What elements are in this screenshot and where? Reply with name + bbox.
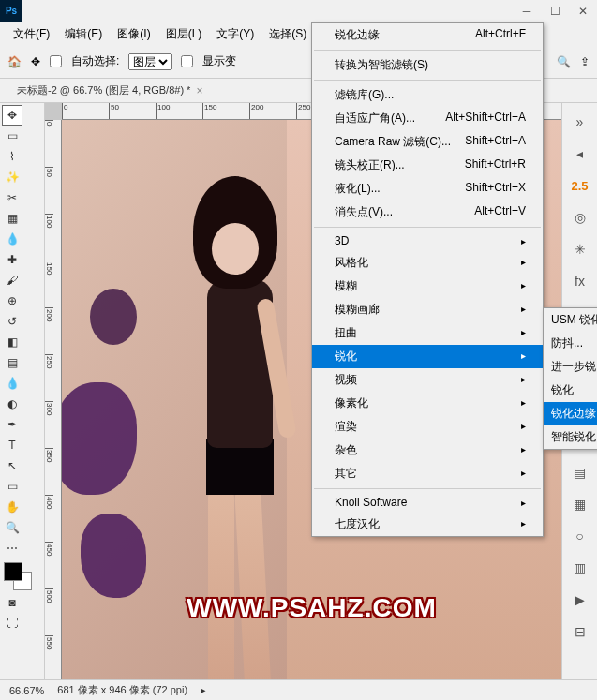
gradient-tool[interactable]: ▤: [2, 352, 22, 373]
filter-smart[interactable]: 转换为智能滤镜(S): [312, 53, 543, 77]
crop-tool[interactable]: ✂: [2, 187, 22, 208]
app-logo: Ps: [0, 0, 22, 22]
filter-blur[interactable]: 模糊: [312, 275, 543, 298]
show-transform-label: 显示变: [202, 53, 236, 69]
history-brush-tool[interactable]: ↺: [2, 311, 22, 332]
filter-lens[interactable]: 镜头校正(R)...Shift+Ctrl+R: [312, 154, 543, 177]
filter-vanish[interactable]: 消失点(V)...Alt+Ctrl+V: [312, 201, 543, 224]
filter-gallery[interactable]: 滤镜库(G)...: [312, 83, 543, 107]
sharpen-submenu: USM 锐化 防抖... 进一步锐 锐化 锐化边缘 智能锐化: [543, 307, 597, 450]
filter-adaptive[interactable]: 自适应广角(A)...Alt+Shift+Ctrl+A: [312, 107, 543, 130]
target-icon[interactable]: ◎: [565, 202, 595, 232]
share-icon[interactable]: ⇪: [580, 55, 590, 68]
status-menu-icon[interactable]: ▸: [201, 684, 206, 696]
screenmode-tool[interactable]: ⛶: [2, 613, 22, 633]
auto-select-checkbox[interactable]: [50, 55, 62, 67]
filter-render[interactable]: 渲染: [312, 415, 543, 439]
zoom-level[interactable]: 66.67%: [9, 685, 44, 696]
swatches-icon[interactable]: ▦: [565, 489, 595, 519]
pen-tool[interactable]: ✒: [2, 414, 22, 435]
titlebar: Ps ─ ☐ ✕: [0, 0, 597, 22]
fx-icon[interactable]: fx: [565, 266, 595, 296]
options-icon[interactable]: ⊟: [565, 617, 595, 647]
panel-menu-icon[interactable]: »: [565, 107, 595, 137]
filter-3d[interactable]: 3D: [312, 231, 543, 251]
burst-icon[interactable]: ✳: [565, 234, 595, 264]
search-icon[interactable]: 🔍: [557, 55, 571, 68]
type-tool[interactable]: T: [2, 435, 22, 455]
filter-sharpen[interactable]: 锐化: [312, 345, 543, 368]
filter-other[interactable]: 其它: [312, 462, 543, 485]
lasso-tool[interactable]: ⌇: [2, 146, 22, 167]
blur-tool[interactable]: 💧: [2, 373, 22, 394]
sharpen-usm[interactable]: USM 锐化: [544, 308, 597, 332]
maximize-button[interactable]: ☐: [541, 0, 569, 22]
wand-tool[interactable]: ✨: [2, 167, 22, 187]
path-tool[interactable]: ↖: [2, 455, 22, 476]
menu-select[interactable]: 选择(S): [261, 23, 314, 45]
minimize-button[interactable]: ─: [513, 0, 541, 22]
brush-feather-value[interactable]: 2.5: [565, 171, 595, 201]
edit-toolbar[interactable]: ⋯: [2, 538, 22, 559]
sharpen-edges[interactable]: 锐化边缘: [544, 402, 597, 425]
filter-knoll[interactable]: Knoll Software: [312, 492, 543, 513]
color-swatches[interactable]: [2, 562, 39, 592]
sharpen-smart[interactable]: 智能锐化: [544, 425, 597, 449]
filter-distort[interactable]: 扭曲: [312, 321, 543, 345]
filter-blur-gallery[interactable]: 模糊画廊: [312, 298, 543, 321]
window-controls: ─ ☐ ✕: [513, 0, 597, 22]
menu-image[interactable]: 图像(I): [110, 23, 157, 45]
document-tab[interactable]: 未标题-2 @ 66.7% (图层 4, RGB/8#) *: [17, 83, 190, 97]
hand-tool[interactable]: ✋: [2, 497, 22, 517]
tab-close-icon[interactable]: ×: [196, 84, 202, 97]
toolbox: ✥ ▭ ⌇ ✨ ✂ ▦ 💧 ✚ 🖌 ⊕ ↺ ◧ ▤ 💧 ◐ ✒ T ↖ ▭ ✋ …: [0, 103, 45, 679]
auto-select-target[interactable]: 图层: [128, 53, 172, 70]
dodge-tool[interactable]: ◐: [2, 394, 22, 414]
filter-camera[interactable]: Camera Raw 滤镜(C)...Shift+Ctrl+A: [312, 130, 543, 154]
statusbar: 66.67% 681 像素 x 946 像素 (72 ppi) ▸: [0, 679, 597, 700]
move-tool-icon: ✥: [31, 55, 40, 68]
stamp-tool[interactable]: ⊕: [2, 290, 22, 311]
sharpen-further[interactable]: 进一步锐: [544, 355, 597, 379]
panel-expand-icon[interactable]: ◂: [565, 139, 595, 169]
filter-video[interactable]: 视频: [312, 368, 543, 392]
move-tool[interactable]: ✥: [2, 105, 22, 126]
menu-type[interactable]: 文字(Y): [209, 23, 261, 45]
circle-icon[interactable]: ○: [565, 521, 595, 551]
quickmask-tool[interactable]: ◙: [2, 592, 22, 613]
layers-panel-icon[interactable]: ▤: [565, 457, 595, 487]
filter-stylize[interactable]: 风格化: [312, 251, 543, 275]
ruler-vertical[interactable]: 050100150200250300350400450500550: [45, 120, 62, 679]
eyedropper-tool[interactable]: 💧: [2, 229, 22, 249]
show-transform-checkbox[interactable]: [181, 55, 193, 67]
filter-qidu[interactable]: 七度汉化: [312, 513, 543, 536]
filter-last[interactable]: 锐化边缘Alt+Ctrl+F: [312, 23, 543, 47]
shape-tool[interactable]: ▭: [2, 476, 22, 497]
filter-liquify[interactable]: 液化(L)...Shift+Ctrl+X: [312, 177, 543, 201]
filter-pixelate[interactable]: 像素化: [312, 392, 543, 415]
sharpen-sharpen[interactable]: 锐化: [544, 379, 597, 402]
menu-edit[interactable]: 编辑(E): [57, 23, 110, 45]
sharpen-shake[interactable]: 防抖...: [544, 332, 597, 355]
marquee-tool[interactable]: ▭: [2, 126, 22, 146]
menu-layer[interactable]: 图层(L): [158, 23, 210, 45]
channels-icon[interactable]: ▥: [565, 553, 595, 583]
document-dimensions: 681 像素 x 946 像素 (72 ppi): [57, 683, 187, 697]
close-button[interactable]: ✕: [569, 0, 597, 22]
home-icon[interactable]: 🏠: [7, 55, 22, 68]
eraser-tool[interactable]: ◧: [2, 332, 22, 352]
healing-tool[interactable]: ✚: [2, 249, 22, 270]
watermark: WWW.PSAHZ.COM: [187, 593, 437, 623]
brush-tool[interactable]: 🖌: [2, 270, 22, 290]
frame-tool[interactable]: ▦: [2, 208, 22, 229]
foreground-color[interactable]: [4, 562, 22, 581]
zoom-tool[interactable]: 🔍: [2, 517, 22, 538]
filter-menu-dropdown: 锐化边缘Alt+Ctrl+F 转换为智能滤镜(S) 滤镜库(G)... 自适应广…: [311, 22, 544, 537]
play-icon[interactable]: ▶: [565, 585, 595, 615]
filter-noise[interactable]: 杂色: [312, 439, 543, 462]
menu-file[interactable]: 文件(F): [6, 23, 57, 45]
auto-select-label: 自动选择:: [71, 53, 119, 69]
